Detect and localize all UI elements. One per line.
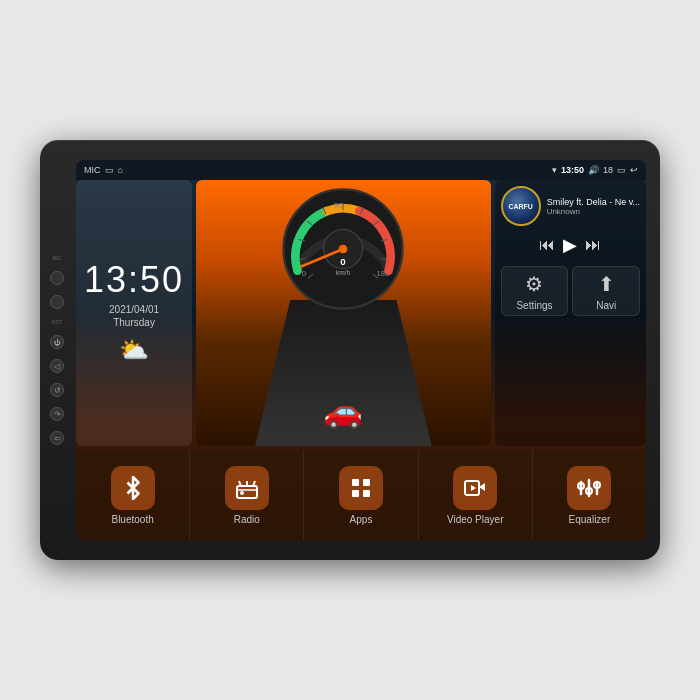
car-head-unit: MIC RST ⏻ ◁ ↺ ↷ ⇦ MIC ▭ ⌂ ▾ 13:50 🔊 18 [40, 140, 660, 560]
status-time: 13:50 [561, 165, 584, 175]
svg-point-25 [240, 491, 244, 495]
top-panel: 13:50 2021/04/01 Thursday ⛅ [76, 180, 646, 446]
media-artist: Unknown [547, 207, 640, 216]
video-label: Video Player [447, 514, 504, 525]
bluetooth-label: Bluetooth [111, 514, 153, 525]
apps-svg-icon [349, 476, 373, 500]
home-icon: ⌂ [118, 165, 123, 175]
album-art: CARFU [501, 186, 541, 226]
media-widget: CARFU Smiley ft. Delia - Ne v... Unknown… [495, 180, 646, 446]
speedometer: 0 90 180 0 km/h [278, 184, 408, 314]
equalizer-label: Equalizer [569, 514, 611, 525]
nav-icon: ▭ [617, 165, 626, 175]
side-btn-2[interactable] [50, 295, 64, 309]
clock-time: 13:50 [84, 262, 184, 298]
settings-icon: ⚙ [525, 272, 543, 296]
car-silhouette: 🚗 [323, 392, 363, 430]
svg-rect-26 [352, 479, 359, 486]
apps-bar: Bluetooth Radio [76, 450, 646, 540]
navi-btn[interactable]: ⬆ Navi [572, 266, 640, 316]
road-scene: 0 90 180 0 km/h [196, 180, 491, 446]
clock-date: 2021/04/01 [109, 304, 159, 315]
apps-icon-circle [339, 466, 383, 510]
side-btn-1[interactable] [50, 271, 64, 285]
settings-label: Settings [516, 300, 552, 311]
volume-icon: 🔊 [588, 165, 599, 175]
next-btn[interactable]: ⏭ [585, 236, 601, 254]
media-album: CARFU Smiley ft. Delia - Ne v... Unknown [501, 186, 640, 226]
svg-rect-20 [237, 486, 257, 498]
top-row: 13:50 2021/04/01 Thursday ⛅ [76, 180, 646, 446]
func-buttons: ⚙ Settings ⬆ Navi [501, 266, 640, 316]
radio-icon-circle [225, 466, 269, 510]
equalizer-icon-circle [567, 466, 611, 510]
svg-point-17 [339, 245, 348, 254]
bluetooth-icon-circle [111, 466, 155, 510]
video-icon-circle [453, 466, 497, 510]
mic-label: MIC [52, 255, 61, 261]
app-radio[interactable]: Radio [190, 450, 304, 540]
wifi-icon: ▾ [552, 165, 557, 175]
album-art-text: CARFU [508, 203, 533, 210]
window-icon: ▭ [105, 165, 114, 175]
power-btn[interactable]: ⏻ [50, 335, 64, 349]
navi-icon: ⬆ [598, 272, 615, 296]
svg-rect-28 [352, 490, 359, 497]
radio-svg-icon [235, 476, 259, 500]
clock-widget: 13:50 2021/04/01 Thursday ⛅ [76, 180, 192, 446]
media-info: Smiley ft. Delia - Ne v... Unknown [547, 197, 640, 216]
play-btn[interactable]: ▶ [563, 234, 577, 256]
side-btn-7[interactable]: ⇦ [50, 431, 64, 445]
video-svg-icon [463, 476, 487, 500]
equalizer-svg-icon [577, 476, 601, 500]
app-apps[interactable]: Apps [304, 450, 418, 540]
side-btn-4[interactable]: ◁ [50, 359, 64, 373]
clock-day: Thursday [113, 317, 155, 328]
app-video[interactable]: Video Player [419, 450, 533, 540]
radio-label: Radio [234, 514, 260, 525]
svg-text:90: 90 [335, 201, 343, 210]
weather-icon: ⛅ [119, 336, 149, 364]
app-bluetooth[interactable]: Bluetooth [76, 450, 190, 540]
svg-rect-27 [363, 479, 370, 486]
media-title: Smiley ft. Delia - Ne v... [547, 197, 640, 207]
status-bar: MIC ▭ ⌂ ▾ 13:50 🔊 18 ▭ ↩ [76, 160, 646, 180]
svg-marker-32 [471, 485, 476, 491]
svg-text:180: 180 [377, 269, 390, 278]
svg-text:0: 0 [341, 256, 347, 267]
navi-label: Navi [596, 300, 616, 311]
screen: MIC ▭ ⌂ ▾ 13:50 🔊 18 ▭ ↩ 1 [76, 160, 646, 540]
side-btn-6[interactable]: ↷ [50, 407, 64, 421]
side-controls: MIC RST ⏻ ◁ ↺ ↷ ⇦ [50, 255, 64, 445]
svg-rect-29 [363, 490, 370, 497]
mic-status: MIC [84, 165, 101, 175]
apps-label: Apps [350, 514, 373, 525]
side-btn-5[interactable]: ↺ [50, 383, 64, 397]
bluetooth-svg-icon [121, 476, 145, 500]
back-icon: ↩ [630, 165, 638, 175]
app-equalizer[interactable]: Equalizer [533, 450, 646, 540]
prev-btn[interactable]: ⏮ [539, 236, 555, 254]
svg-text:km/h: km/h [336, 269, 350, 276]
screen-bezel: MIC ▭ ⌂ ▾ 13:50 🔊 18 ▭ ↩ 1 [76, 160, 646, 540]
rst-label: RST [52, 319, 62, 325]
volume-level: 18 [603, 165, 613, 175]
media-controls: ⏮ ▶ ⏭ [501, 234, 640, 256]
svg-text:0: 0 [302, 269, 306, 278]
settings-btn[interactable]: ⚙ Settings [501, 266, 569, 316]
